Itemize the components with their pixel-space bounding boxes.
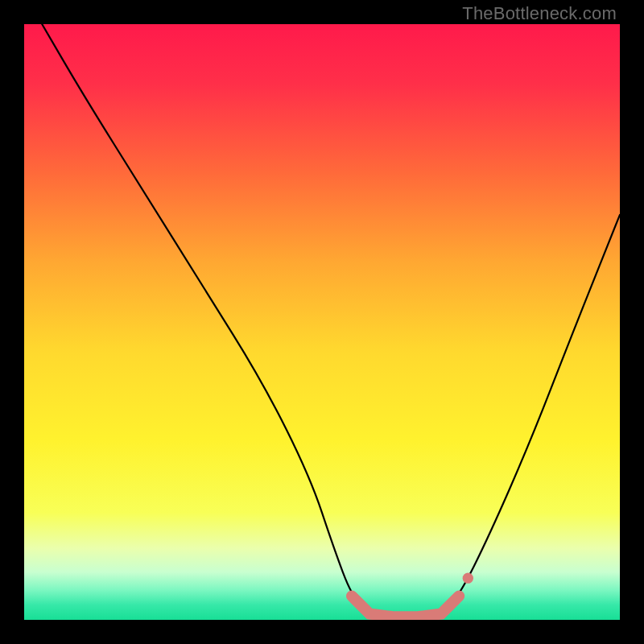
chart-frame: TheBottleneck.com [0,0,644,644]
highlight-dot [463,573,473,584]
curve-layer [24,24,620,620]
plot-area [24,24,620,620]
watermark-text: TheBottleneck.com [462,3,617,24]
bottleneck-curve [42,24,620,617]
highlight-band [352,596,459,617]
